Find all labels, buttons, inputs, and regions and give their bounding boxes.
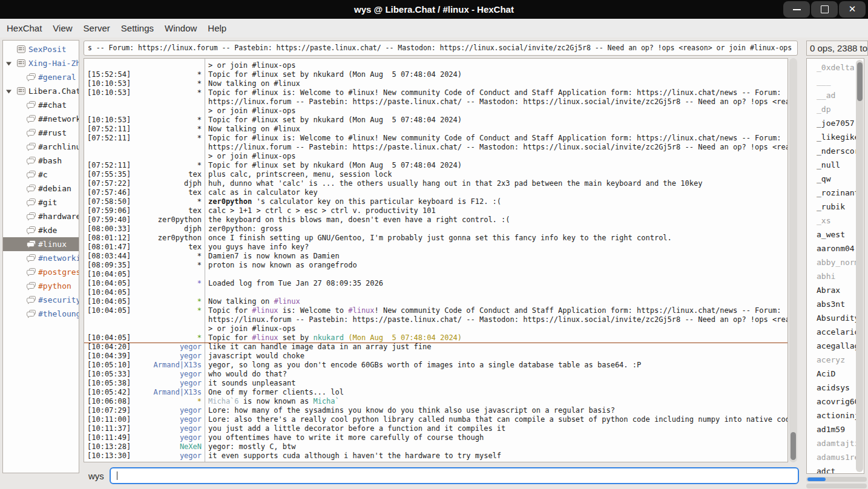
minimize-button[interactable] [783,1,810,18]
user-item[interactable]: acovrig60 [807,395,864,409]
user-item[interactable]: adamtajti [807,437,864,451]
user-item[interactable]: _dp [807,103,864,117]
sidebar-item--archlinux[interactable]: #archlinux [3,140,79,154]
sidebar-item-libera-chat[interactable]: Libera.Chat [3,84,79,98]
timestamp: [10:04:05] [87,288,131,297]
sidebar-item-label: #debian [38,183,71,194]
chat-scrollbar[interactable] [789,58,797,462]
chat-line: [10:04:05]*Now talking on #linux [84,297,787,306]
chat-line: [10:10:53]*Topic for #linux is: Welcome … [84,88,787,97]
user-item[interactable]: accelario [807,326,864,340]
message-text: zer0python: gross [208,225,283,233]
sidebar-item--postgresql[interactable]: #postgresql [3,265,79,279]
user-item[interactable]: abs3nt [807,298,864,312]
chat-line: [07:52:11]*Topic for #linux set by nkuka… [84,161,787,170]
sidebar-item--kde[interactable]: #kde [3,223,79,237]
sidebar-item--general[interactable]: #general [3,70,79,84]
user-item[interactable]: actioninj [807,409,864,423]
sidebar-item--bash[interactable]: #bash [3,154,79,168]
nick: * [84,79,202,88]
user-item[interactable]: Abrax [807,284,864,298]
message-text: it sounds unpleasant [208,379,296,387]
sidebar-item--security[interactable]: #security [3,293,79,307]
user-list: _0xdelta_____ad_dp_joe7057_likegike_nder… [806,58,864,474]
sidebar-item--networking[interactable]: #networking [3,251,79,265]
chat-line: [10:04:20]yegorlike it can handle image … [84,343,787,352]
nick: Armand|X13s [84,361,202,369]
userlist-scrollbar-thumb[interactable] [857,62,863,101]
user-item[interactable]: a_west [807,228,864,242]
sidebar-item--linux[interactable]: #linux [3,237,79,251]
user-item[interactable]: aaronm04 [807,242,864,256]
user-item[interactable]: aceryz [807,353,864,367]
server-icon [16,87,26,96]
user-item[interactable]: _0xdelta [807,61,864,75]
sidebar-item--rust[interactable]: ##rust [3,126,79,140]
sidebar-item--networking[interactable]: ##networking [3,112,79,126]
user-item[interactable]: adamus1re [807,451,864,465]
user-item[interactable]: _likegike [807,131,864,145]
maximize-button[interactable] [811,1,838,18]
chat-line: [10:05:33]yegorwho would do that? [84,370,787,379]
message-input[interactable] [110,467,799,484]
sidebar-item--thelounge[interactable]: #thelounge [3,307,79,321]
topic-bar[interactable]: s -- Forum: https://linux.forum -- Paste… [84,41,798,56]
nick: djph [84,225,202,233]
user-item[interactable]: _rozinant [807,186,864,200]
user-item[interactable]: adct [807,465,864,474]
userlist-header: 0 ops, 2388 tot [806,41,868,56]
user-item[interactable]: acidsys [807,381,864,395]
user-item[interactable]: _qw [807,172,864,186]
message-text: Lore: also there's a really cool python … [208,415,788,424]
chat-scrollbar-thumb[interactable] [791,432,796,460]
menu-settings[interactable]: Settings [116,19,159,38]
menu-server[interactable]: Server [78,19,116,38]
nick: * [84,116,202,124]
menu-help[interactable]: Help [202,19,232,38]
channel-icon [26,142,36,151]
nick: yegor [84,343,202,351]
userlist-scrollbar[interactable] [856,60,863,472]
menu-window[interactable]: Window [159,19,202,38]
sidebar-item--c[interactable]: #c [3,168,79,182]
user-item[interactable]: _joe7057 [807,117,864,131]
nick: * [84,125,202,133]
nick: * [84,306,202,315]
user-item[interactable]: acegallag [807,340,864,353]
sidebar-item-sexposit[interactable]: SexPosit [3,42,79,56]
menu-view[interactable]: View [47,19,77,38]
message-text: Topic for #linux set by nkukard (Mon Aug… [208,333,462,342]
expander-icon[interactable] [5,61,12,67]
close-button[interactable]: ✕ [839,1,866,18]
userlist-hscrollbar-thumb[interactable] [807,478,826,481]
sidebar-item--python[interactable]: #python [3,279,79,293]
chat-line: [10:05:10]Armand|X13syegor, so long as y… [84,361,787,370]
userlist-hscrollbar[interactable] [806,477,867,482]
user-item[interactable]: ___ [807,75,864,89]
user-item[interactable]: Absurdity [807,312,864,326]
sidebar-item--hardware[interactable]: #hardware [3,209,79,223]
userlist-hscrollbar-secondary[interactable] [806,484,867,488]
expander-icon[interactable] [5,88,12,94]
chat-line: [10:04:05]*Topic for #linux is: Welcome … [84,306,787,315]
user-item[interactable]: _null [807,159,864,172]
sidebar-item--git[interactable]: #git [3,195,79,209]
sidebar-item--debian[interactable]: #debian [3,182,79,195]
user-item[interactable]: __ad [807,89,864,103]
userlist-count: 0 ops, 2388 tot [807,41,867,55]
nick: yegor [84,406,202,415]
chat-line: [08:01:12]zer0pythononce I finish settin… [84,234,787,243]
user-item[interactable]: _xs [807,214,864,228]
user-item[interactable]: _rubik [807,200,864,214]
user-item[interactable]: AciD [807,367,864,381]
user-item[interactable]: _nderscor [807,145,864,159]
chat-line: [08:03:44]*Damien7 is now known as Damie… [84,252,787,261]
menu-hexchat[interactable]: HexChat [1,19,47,38]
message-text: https://linux.forum -- Pastebin: https:/… [208,315,788,324]
sidebar-item--chat[interactable]: ##chat [3,98,79,112]
sidebar-item-xing-hai-zhan[interactable]: Xing-Hai-Zhan [3,56,79,70]
user-item[interactable]: abhi [807,270,864,284]
user-item[interactable]: abby_norm [807,256,864,270]
user-item[interactable]: ad1m59 [807,423,864,437]
message-text: proton is now known as orangefrodo [208,261,357,269]
